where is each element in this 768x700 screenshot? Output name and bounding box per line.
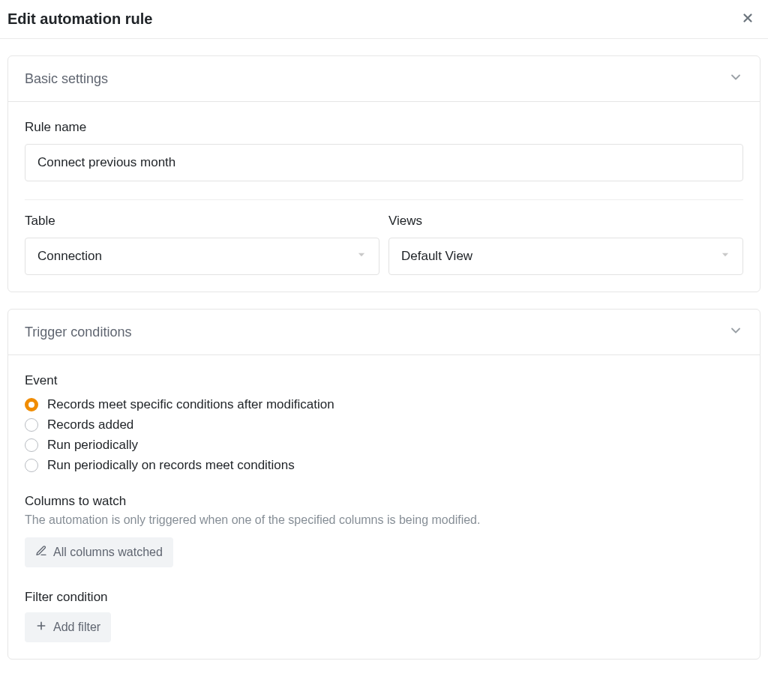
event-radio-3-label: Run periodically on records meet conditi…: [47, 458, 295, 473]
filter-condition-section: Filter condition Add filter: [25, 590, 743, 642]
event-radio-1[interactable]: Records added: [25, 417, 743, 432]
trigger-conditions-title: Trigger conditions: [25, 325, 131, 340]
views-label: Views: [388, 214, 743, 229]
caret-down-icon: [356, 249, 367, 264]
event-radio-0-label: Records meet specific conditions after m…: [47, 397, 334, 412]
event-radio-0[interactable]: Records meet specific conditions after m…: [25, 397, 743, 412]
modal-title: Edit automation rule: [8, 10, 152, 28]
event-radio-2[interactable]: Run periodically: [25, 438, 743, 453]
radio-circle-icon: [25, 459, 38, 472]
basic-settings-panel: Basic settings Rule name Table Connectio…: [8, 55, 760, 292]
filter-label: Filter condition: [25, 590, 743, 605]
table-select[interactable]: Connection: [25, 238, 380, 275]
all-columns-watched-button[interactable]: All columns watched: [25, 537, 173, 567]
views-select-value: Default View: [401, 249, 472, 264]
columns-label: Columns to watch: [25, 494, 743, 509]
rule-name-input[interactable]: [25, 144, 743, 181]
radio-circle-icon: [25, 398, 38, 411]
columns-to-watch-section: Columns to watch The automation is only …: [25, 494, 743, 567]
views-col: Views Default View: [388, 214, 743, 275]
basic-settings-title: Basic settings: [25, 71, 108, 87]
event-radio-3[interactable]: Run periodically on records meet conditi…: [25, 458, 743, 473]
chevron-down-icon: [728, 70, 743, 88]
event-label: Event: [25, 373, 743, 388]
basic-settings-body: Rule name Table Connection Views D: [8, 102, 760, 292]
trigger-conditions-body: Event Records meet specific conditions a…: [8, 355, 760, 659]
trigger-conditions-header[interactable]: Trigger conditions: [8, 310, 760, 355]
table-label: Table: [25, 214, 380, 229]
event-radio-2-label: Run periodically: [47, 438, 138, 453]
basic-settings-header[interactable]: Basic settings: [8, 56, 760, 102]
modal-content: Basic settings Rule name Table Connectio…: [0, 39, 768, 684]
rule-name-label: Rule name: [25, 120, 743, 135]
caret-down-icon: [720, 249, 730, 264]
close-button[interactable]: [740, 11, 756, 28]
event-radio-group: Records meet specific conditions after m…: [25, 397, 743, 473]
add-filter-label: Add filter: [53, 621, 100, 634]
table-select-value: Connection: [38, 249, 102, 264]
modal-header: Edit automation rule: [0, 0, 768, 39]
table-views-row: Table Connection Views Default View: [25, 214, 743, 275]
radio-circle-icon: [25, 418, 38, 432]
add-filter-button[interactable]: Add filter: [25, 612, 111, 642]
radio-circle-icon: [25, 438, 38, 452]
event-radio-1-label: Records added: [47, 417, 134, 432]
close-icon: [741, 11, 754, 28]
columns-helper-text: The automation is only triggered when on…: [25, 513, 743, 527]
plus-icon: [35, 620, 47, 635]
divider: [25, 199, 743, 200]
trigger-conditions-panel: Trigger conditions Event Records meet sp…: [8, 309, 760, 660]
chevron-down-icon: [728, 323, 743, 341]
table-col: Table Connection: [25, 214, 380, 275]
views-select[interactable]: Default View: [388, 238, 743, 275]
all-columns-watched-label: All columns watched: [53, 546, 163, 559]
pencil-icon: [35, 545, 47, 560]
